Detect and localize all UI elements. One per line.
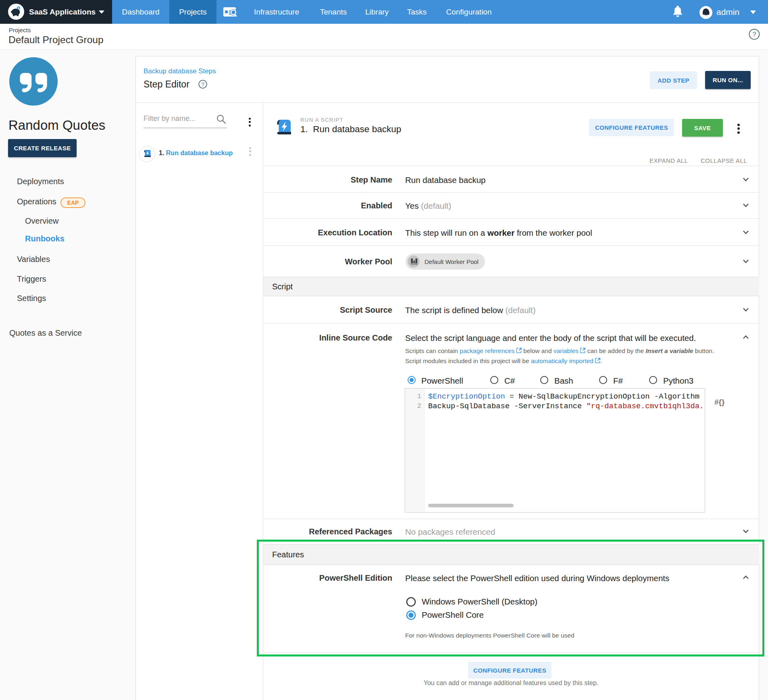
- svg-text:?: ?: [201, 81, 204, 87]
- svg-text:$: $: [18, 7, 19, 10]
- svg-text:?: ?: [753, 31, 756, 38]
